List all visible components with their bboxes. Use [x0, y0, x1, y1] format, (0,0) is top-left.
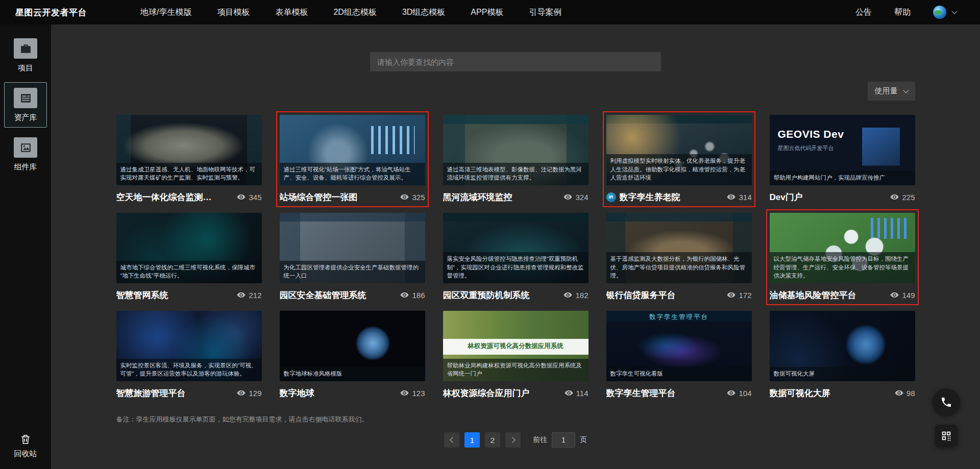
- card-title[interactable]: 林权资源综合应用门户: [443, 387, 530, 399]
- asset-card[interactable]: 落实安全风险分级管控与隐患排查治理“双重预防机制”，实现园区对企业进行隐患排查管…: [443, 213, 589, 302]
- card-thumbnail[interactable]: 基于遥感监测及大数据分析，为银行的国储林、光伏、房地产等信贷项目提供精准的信贷服…: [606, 213, 752, 283]
- card-thumbnail[interactable]: 数字孪生管理平台 数字孪生可视化看版: [606, 311, 752, 381]
- nav-item-form-templates[interactable]: 表单模板: [275, 7, 308, 18]
- sidebar-item-label: 组件库: [14, 162, 37, 172]
- asset-card[interactable]: 通过高清三维地表模型、影像数据、注记数据为黑河流域环境监控管理提供有力支撑。 黑…: [443, 115, 589, 204]
- card-views: 98: [895, 389, 915, 398]
- next-page-button[interactable]: [505, 432, 521, 448]
- page-button-1[interactable]: 1: [464, 432, 480, 448]
- nav-item-app-templates[interactable]: APP模板: [471, 7, 503, 18]
- asset-card[interactable]: GEOVIS Dev 星图云低代码开发平台 帮助用户构建网站门户，实现品牌宣传推…: [770, 115, 915, 204]
- sidebar-item-projects[interactable]: 项目: [4, 33, 47, 78]
- asset-card[interactable]: 通过三维可视化“站场一张图”方式，将油气场站生产、安全、设备、能耗等进行综合管控…: [280, 115, 425, 204]
- asset-card[interactable]: 为化工园区管理者提供企业安全生产基础数据管理的统一入口 园区安全基础管理系统 1…: [280, 213, 425, 302]
- announcement-link[interactable]: 公告: [855, 7, 872, 18]
- card-thumbnail[interactable]: 数据可视化大屏: [770, 311, 915, 381]
- card-title[interactable]: 智慧管网系统: [116, 289, 168, 301]
- card-title[interactable]: 数字孪生养老院: [620, 191, 680, 203]
- card-title[interactable]: 数字地球: [280, 387, 314, 399]
- asset-card[interactable]: 通过集成卫星遥感、无人机、地面物联网等技术，可实现对露天煤矿的生产监测、实时监测…: [116, 115, 262, 204]
- card-views-count: 172: [739, 291, 751, 300]
- card-views-count: 212: [249, 291, 261, 300]
- card-title[interactable]: 园区双重预防机制系统: [443, 289, 530, 301]
- phone-contact-button[interactable]: [933, 388, 960, 416]
- card-title[interactable]: 站场综合管控一张图: [280, 191, 358, 203]
- nav-item-3d-templates[interactable]: 3D组态模板: [402, 7, 445, 18]
- sort-value: 使用量: [875, 86, 898, 96]
- card-title[interactable]: 空天地一体化综合监测…: [116, 191, 212, 203]
- card-views-count: 123: [412, 389, 425, 398]
- card-views-count: 114: [576, 389, 589, 398]
- sidebar-item-component-library[interactable]: 组件库: [4, 132, 47, 177]
- qr-code-button[interactable]: [935, 425, 958, 447]
- sidebar-item-recycle-bin[interactable]: 回收站: [14, 433, 37, 459]
- asset-card[interactable]: 数字地球标准风格模版 数字地球 123: [280, 311, 425, 400]
- card-title[interactable]: 数字孪生管理平台: [606, 387, 676, 399]
- card-description: 基于遥感监测及大数据分析，为银行的国储林、光伏、房地产等信贷项目提供精准的信贷服…: [606, 252, 752, 283]
- card-badge: IR: [606, 192, 616, 202]
- asset-card[interactable]: 数字孪生管理平台 数字孪生可视化看版 数字孪生管理平台 104: [606, 311, 752, 400]
- card-thumbnail[interactable]: 林权资源可视化高分数据应用系统 帮助林业局构建林权资源可视化高分数据应用系统及省…: [443, 311, 589, 381]
- search-bar: [370, 52, 661, 71]
- card-thumbnail[interactable]: 利用虚拟模型实时映射实体，优化养老服务，提升老人生活品质。借助数字化模拟，精准管…: [606, 115, 752, 185]
- eye-icon: [400, 194, 409, 200]
- card-title[interactable]: 智慧旅游管理平台: [116, 387, 186, 399]
- sort-dropdown[interactable]: 使用量: [868, 82, 915, 101]
- card-description: 利用虚拟模型实时映射实体，优化养老服务，提升老人生活品质。借助数字化模拟，精准管…: [606, 154, 752, 185]
- prev-page-button[interactable]: [444, 432, 459, 448]
- asset-card[interactable]: 城市地下综合管线的二维三维可视化系统，保障城市“地下生命线”平稳运行。 智慧管网…: [116, 213, 262, 302]
- eye-icon: [237, 292, 246, 298]
- card-thumbnail[interactable]: 通过高清三维地表模型、影像数据、注记数据为黑河流域环境监控管理提供有力支撑。: [443, 115, 589, 185]
- nav-item-project-templates[interactable]: 项目模板: [217, 7, 250, 18]
- card-thumbnail[interactable]: 城市地下综合管线的二维三维可视化系统，保障城市“地下生命线”平稳运行。: [116, 213, 262, 283]
- page-unit-label: 页: [580, 435, 587, 445]
- thumb-sub: 星图云低代码开发平台: [778, 144, 834, 152]
- card-views: 186: [400, 291, 425, 300]
- account-menu[interactable]: [933, 6, 957, 19]
- asset-card[interactable]: 数据可视化大屏 数据可视化大屏 98: [770, 311, 915, 400]
- help-link[interactable]: 帮助: [894, 7, 911, 18]
- card-description: 为化工园区管理者提供企业安全生产基础数据管理的统一入口: [280, 261, 425, 283]
- card-thumbnail[interactable]: 为化工园区管理者提供企业安全生产基础数据管理的统一入口: [280, 213, 425, 283]
- chevron-right-icon: [509, 437, 515, 442]
- eye-icon: [564, 292, 572, 298]
- asset-card[interactable]: 利用虚拟模型实时映射实体，优化养老服务，提升老人生活品质。借助数字化模拟，精准管…: [606, 115, 752, 204]
- card-thumbnail[interactable]: 落实安全风险分级管控与隐患排查治理“双重预防机制”，实现园区对企业进行隐患排查管…: [443, 213, 589, 283]
- card-title[interactable]: Dev门户: [770, 191, 803, 203]
- card-views-count: 325: [412, 193, 425, 202]
- asset-card[interactable]: 基于遥感监测及大数据分析，为银行的国储林、光伏、房地产等信贷项目提供精准的信贷服…: [606, 213, 752, 302]
- card-thumbnail[interactable]: 数字地球标准风格模版: [280, 311, 425, 381]
- card-views-count: 104: [739, 389, 751, 398]
- card-views: 325: [400, 193, 425, 202]
- card-title[interactable]: 园区安全基础管理系统: [280, 289, 366, 301]
- card-thumbnail[interactable]: GEOVIS Dev 星图云低代码开发平台 帮助用户构建网站门户，实现品牌宣传推…: [770, 115, 915, 185]
- goto-label: 前往: [533, 435, 547, 445]
- goto-page-input[interactable]: [552, 432, 575, 448]
- card-thumbnail[interactable]: 以大型油气储存基地安全风险管控为目标，围绕生产经营管理、生产运行、安全环保、设备…: [770, 213, 915, 283]
- card-title[interactable]: 黑河流域环境监控: [443, 191, 512, 203]
- card-views: 182: [564, 291, 588, 300]
- card-description: 帮助用户构建网站门户，实现品牌宣传推广: [770, 171, 915, 185]
- card-title[interactable]: 油储基地风险管控平台: [770, 289, 856, 301]
- card-title[interactable]: 数据可视化大屏: [770, 387, 830, 399]
- search-input[interactable]: [370, 58, 661, 66]
- card-thumbnail[interactable]: 通过三维可视化“站场一张图”方式，将油气场站生产、安全、设备、能耗等进行综合管控…: [280, 115, 425, 185]
- nav-item-2d-templates[interactable]: 2D组态模板: [333, 7, 376, 18]
- eye-icon: [237, 194, 246, 200]
- asset-card[interactable]: 实时监控景区客流、环境及服务，实现景区的“可视、可管”，提升景区运营效率以及游客…: [116, 311, 262, 400]
- sidebar-item-label: 回收站: [14, 449, 37, 459]
- nav-item-guide-cases[interactable]: 引导案例: [529, 7, 561, 18]
- asset-card[interactable]: 林权资源可视化高分数据应用系统 帮助林业局构建林权资源可视化高分数据应用系统及省…: [443, 311, 589, 400]
- page-button-2[interactable]: 2: [485, 432, 500, 448]
- asset-card[interactable]: 以大型油气储存基地安全风险管控为目标，围绕生产经营管理、生产运行、安全环保、设备…: [770, 213, 915, 302]
- card-views: 225: [890, 193, 915, 202]
- asset-grid: 通过集成卫星遥感、无人机、地面物联网等技术，可实现对露天煤矿的生产监测、实时监测…: [116, 115, 915, 400]
- card-title[interactable]: 银行信贷服务平台: [606, 289, 676, 301]
- thumb-title: 林权资源可视化高分数据应用系统: [443, 342, 589, 351]
- card-thumbnail[interactable]: 通过集成卫星遥感、无人机、地面物联网等技术，可实现对露天煤矿的生产监测、实时监测…: [116, 115, 262, 185]
- nav-item-earth-twin-templates[interactable]: 地球/孪生模版: [140, 7, 191, 18]
- eye-icon: [564, 194, 572, 200]
- card-views: 172: [727, 291, 751, 300]
- sidebar-item-asset-library[interactable]: 资产库: [4, 82, 47, 128]
- card-thumbnail[interactable]: 实时监控景区客流、环境及服务，实现景区的“可视、可管”，提升景区运营效率以及游客…: [116, 311, 262, 381]
